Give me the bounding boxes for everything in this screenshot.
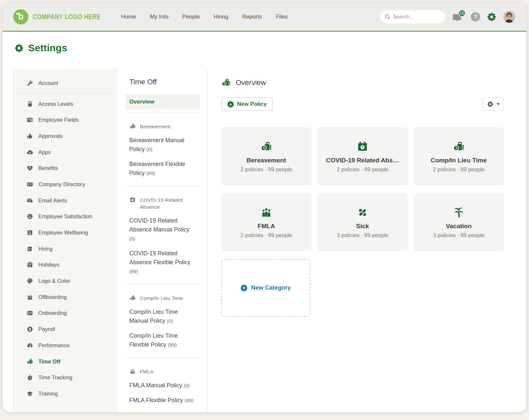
sidebar-item-company-directory[interactable]: Company Directory — [13, 176, 117, 192]
policy-link[interactable]: FMLA Manual Policy (0) — [129, 381, 196, 390]
sidebar-item-label: Account — [38, 80, 58, 86]
logo-text: COMPANY LOGO HERE — [33, 13, 101, 21]
new-policy-button[interactable]: + New Policy — [221, 98, 273, 111]
sidebar-item-offboarding[interactable]: Offboarding — [13, 289, 117, 305]
category-name: FMLA — [258, 223, 275, 230]
sidebar-item-access-levels[interactable]: Access Levels — [13, 96, 117, 112]
plus-circle-icon: + — [227, 101, 234, 107]
sidebar-item-approvals[interactable]: Approvals — [13, 128, 117, 144]
nav-item-hiring[interactable]: Hiring — [214, 14, 228, 20]
policy-link[interactable]: Comp/In Lieu Time Manual Policy (0) — [129, 308, 196, 325]
global-search — [380, 10, 445, 23]
sidebar-item-label: Employee Satisfaction — [38, 213, 92, 220]
wrench-icon — [26, 80, 33, 87]
overview-main-area: Overview + New Policy Bereavement 2 poli… — [207, 69, 526, 412]
sidebar-item-training[interactable]: Training — [13, 386, 117, 402]
sidebar-item-account[interactable]: Account — [13, 75, 117, 91]
sidebar-item-employee-fields[interactable]: Employee Fields — [13, 112, 117, 128]
sidebar-item-performance[interactable]: Performance — [13, 337, 117, 354]
category-card-covid[interactable]: COVID-19 Related Abs… 2 policies · 89 pe… — [317, 127, 408, 186]
policy-section-covid: COVID-19 Related Absence COVID-19 Relate… — [125, 187, 200, 285]
sidebar-item-label: Benefits — [38, 165, 58, 171]
plus-circle-icon: + — [241, 285, 247, 291]
policy-link[interactable]: COVID-19 Related Absence Flexible Policy… — [129, 249, 196, 276]
policy-section-header: COVID-19 Related Absence — [129, 196, 200, 210]
category-meta: 2 policies · 89 people — [433, 166, 485, 173]
chevron-down-icon — [497, 103, 500, 105]
time-off-icon — [221, 78, 231, 88]
policy-link[interactable]: Bereavement Flexible Policy (89) — [129, 160, 196, 178]
company-logo[interactable]: b COMPANY LOGO HERE — [13, 9, 118, 24]
sidebar-item-employee-satisfaction[interactable]: Employee Satisfaction — [13, 209, 117, 225]
nav-item-people[interactable]: People — [182, 14, 200, 20]
sidebar-item-label: Company Directory — [38, 181, 85, 188]
family-icon — [129, 368, 136, 375]
user-avatar[interactable] — [503, 11, 515, 23]
category-card-bereavement[interactable]: Bereavement 2 policies · 89 people — [221, 127, 311, 186]
inbox-button[interactable]: 11 — [452, 12, 464, 22]
sidebar-item-payroll[interactable]: Payroll — [13, 321, 117, 337]
policy-link-text: FMLA Flexible Policy — [129, 397, 183, 403]
gauge-icon — [26, 342, 33, 349]
policy-section-label: Comp/In Lieu Time — [140, 295, 183, 302]
primary-nav: Home My Info People Hiring Reports Files — [121, 14, 288, 20]
sidebar-item-benefits[interactable]: Benefits — [13, 160, 117, 176]
nav-item-files[interactable]: Files — [276, 14, 288, 20]
policy-link-text: COVID-19 Related Absence Flexible Policy — [129, 250, 190, 266]
category-card-sick[interactable]: Sick 3 policies · 89 people — [317, 193, 408, 251]
policy-link-text: Bereavement Manual Policy — [129, 137, 184, 152]
sidebar-item-label: Hiring — [38, 246, 53, 252]
time-off-icon — [129, 123, 136, 130]
heart-plus-icon — [26, 165, 33, 172]
category-name: Vacation — [446, 223, 471, 230]
sidebar-item-logo-color[interactable]: Logo & Color — [13, 273, 117, 289]
policy-link[interactable]: COVID-19 Related Absence Manual Policy (… — [129, 216, 196, 243]
time-off-overview-tab[interactable]: Overview — [125, 94, 200, 109]
sidebar-item-holidays[interactable]: Holidays — [13, 257, 117, 273]
new-category-button[interactable]: + New Category — [221, 259, 310, 317]
sidebar-item-email-alerts[interactable]: Email Alerts — [13, 192, 117, 209]
category-name: COVID-19 Related Abs… — [326, 157, 399, 164]
sidebar-item-apps[interactable]: Apps — [13, 144, 117, 160]
sidebar-item-employee-wellbeing[interactable]: Employee Wellbeing — [13, 225, 117, 241]
policy-link-text: FMLA Manual Policy — [129, 382, 182, 389]
cloud-plus-icon — [26, 149, 33, 156]
category-card-fmla[interactable]: FMLA 2 policies · 89 people — [221, 193, 311, 251]
lock-icon — [26, 101, 33, 107]
sidebar-item-hiring[interactable]: Hiring — [13, 241, 117, 257]
help-button[interactable]: ? — [471, 12, 480, 21]
new-policy-label: New Policy — [237, 101, 267, 107]
policy-section-header: FMLA — [129, 368, 200, 375]
nav-item-home[interactable]: Home — [121, 14, 136, 20]
palm-tree-icon — [453, 206, 465, 219]
category-card-vacation[interactable]: Vacation 3 policies · 89 people — [414, 193, 504, 251]
category-name: Sick — [356, 223, 369, 230]
fields-icon — [26, 116, 33, 123]
sidebar-item-time-off[interactable]: Time Off — [13, 354, 117, 370]
graduation-cap-icon — [26, 390, 33, 397]
inbox-badge: 11 — [458, 10, 466, 17]
policy-link[interactable]: Bereavement Manual Policy (0) — [129, 136, 196, 154]
category-meta: 2 policies · 89 people — [337, 166, 388, 173]
settings-gear-button[interactable] — [487, 12, 497, 22]
sidebar-item-label: Holidays — [38, 262, 59, 268]
policy-link[interactable]: FMLA Flexible Policy (89) — [129, 396, 196, 405]
mail-bell-icon — [26, 197, 33, 204]
category-settings-dropdown-button[interactable] — [483, 98, 504, 111]
sidebar-item-onboarding[interactable]: Onboarding — [13, 305, 117, 321]
policy-link[interactable]: Comp/In Lieu Time Flexible Policy (89) — [129, 331, 196, 349]
smiley-icon — [26, 213, 33, 220]
sidebar-item-label: Payroll — [38, 326, 55, 332]
time-off-icon — [453, 141, 465, 153]
sidebar-divider — [13, 93, 117, 94]
id-card-icon — [26, 181, 33, 188]
time-off-nav-column: Time Off Overview Bereavement Bereavemen… — [117, 69, 207, 412]
nav-item-reports[interactable]: Reports — [242, 14, 262, 20]
category-card-comp[interactable]: Comp/In Lieu Time 2 policies · 89 people — [414, 127, 504, 186]
time-off-column-title: Time Off — [129, 78, 199, 86]
nav-item-my-info[interactable]: My Info — [150, 14, 168, 20]
sidebar-item-time-tracking[interactable]: Time Tracking — [13, 369, 117, 386]
stopwatch-icon — [26, 374, 33, 381]
bandage-icon — [356, 206, 369, 219]
sidebar-item-label: Logo & Color — [38, 278, 70, 284]
